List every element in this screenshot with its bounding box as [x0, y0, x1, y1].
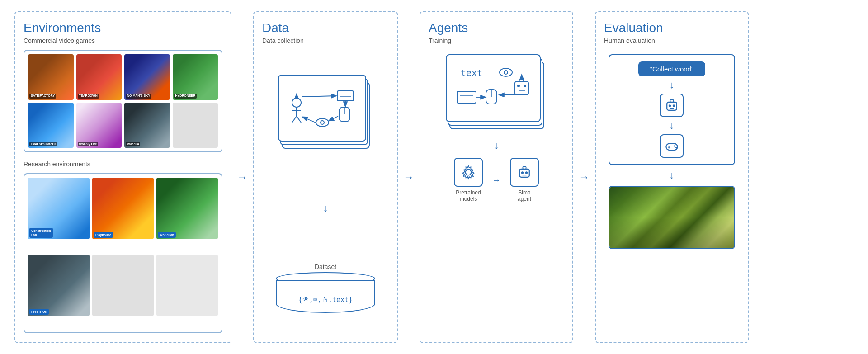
- agent-flow-svg: text: [448, 59, 538, 118]
- eval-content: "Collect wood" ↓ ↓: [604, 50, 740, 333]
- game-goat: Goat Simulator 3: [28, 103, 74, 148]
- svg-rect-37: [666, 144, 677, 150]
- svg-line-4: [297, 116, 301, 123]
- badge-playhouse: Playhouse: [94, 232, 113, 238]
- sima-label: Simaagent: [518, 189, 531, 202]
- game-nomanssky: NO MAN'S SKY: [124, 54, 170, 100]
- svg-line-3: [292, 116, 297, 123]
- game-label-goat: Goat Simulator 3: [29, 142, 57, 146]
- svg-rect-36: [670, 99, 673, 102]
- svg-point-41: [675, 147, 677, 149]
- svg-point-33: [669, 104, 671, 107]
- eval-robot-icon: [660, 94, 684, 117]
- research-construction: ConstructionLab: [28, 178, 90, 239]
- svg-point-25: [466, 170, 472, 175]
- arrow-agents-to-eval: →: [573, 11, 595, 343]
- data-subtitle: Data collection: [262, 37, 389, 44]
- environments-section: Environments Commercial video games SATI…: [14, 11, 231, 343]
- game-valheim: Valheim: [124, 103, 170, 148]
- down-arrow-eval3: ↓: [670, 170, 675, 180]
- svg-rect-32: [667, 102, 677, 110]
- eval-controller-icon: [660, 134, 684, 158]
- svg-point-10: [316, 118, 329, 127]
- commercial-games-grid: SATISFACTORY TEARDOWN NO MAN'S SKY HYDRO…: [24, 50, 222, 152]
- cylinder-text: {👁,⌨,🖱,text}: [298, 296, 353, 304]
- gamepad-svg: [664, 138, 680, 154]
- agents-content: text: [429, 50, 564, 333]
- environments-research-subtitle: Research environments: [24, 160, 222, 168]
- game-hydroneer: HYDRONEER: [173, 54, 218, 100]
- pretrained-sima-container: Pretrainedmodels → Simaage: [429, 158, 564, 202]
- main-diagram: Environments Commercial video games SATI…: [0, 0, 868, 354]
- collect-wood-label: "Collect wood": [638, 61, 706, 76]
- game-label-nomanssky: NO MAN'S SKY: [126, 94, 151, 98]
- game-empty: [173, 103, 218, 148]
- evaluation-section: Evaluation Human evaluation "Collect woo…: [595, 11, 749, 343]
- svg-text:text: text: [461, 67, 482, 78]
- badge-construction: ConstructionLab: [29, 228, 53, 238]
- screen-front: [278, 75, 366, 142]
- robot-icon: [516, 164, 533, 180]
- sima-icon: [510, 158, 539, 187]
- svg-point-14: [504, 71, 508, 74]
- down-arrow-agents: ↓: [494, 141, 499, 151]
- arrow-data-to-agents: →: [398, 11, 420, 343]
- pretrained-label: Pretrainedmodels: [456, 189, 481, 202]
- eval-game-screenshot: [609, 186, 735, 249]
- svg-rect-30: [523, 166, 526, 169]
- game-label-valheim: Valheim: [126, 142, 140, 146]
- environments-title: Environments: [24, 21, 222, 35]
- agent-screen-front: text: [446, 54, 541, 122]
- down-arrow-eval1: ↓: [670, 80, 675, 90]
- agents-section: Agents Training text: [420, 11, 573, 343]
- research-environments-grid: ConstructionLab Playhouse WorldLab ProcT…: [24, 173, 222, 333]
- research-empty1: [92, 255, 154, 316]
- research-empty2: [156, 255, 218, 316]
- dataset-cylinder: {👁,⌨,🖱,text}: [276, 272, 375, 313]
- svg-point-11: [321, 121, 324, 124]
- game-label-teardown: TEARDOWN: [78, 94, 99, 98]
- dataset-container: Dataset {👁,⌨,🖱,text}: [276, 263, 375, 313]
- data-collection-visual: [278, 75, 373, 154]
- agents-subtitle: Training: [429, 37, 564, 44]
- svg-rect-26: [519, 169, 529, 177]
- arrow-env-to-data: →: [231, 11, 253, 343]
- svg-point-13: [500, 68, 512, 76]
- research-playhouse: Playhouse: [92, 178, 154, 239]
- badge-worldlab: WorldLab: [158, 232, 176, 238]
- game-label-wobbly: Wobbly Life: [78, 142, 99, 146]
- svg-point-34: [673, 104, 675, 107]
- game-satisfactory: SATISFACTORY: [28, 54, 74, 100]
- sima-agent-box: Simaagent: [510, 158, 539, 202]
- game-wobbly: Wobbly Life: [76, 103, 122, 148]
- screenshot-overlay: [609, 187, 734, 248]
- data-title: Data: [262, 21, 389, 35]
- svg-point-17: [524, 85, 526, 87]
- game-label-satisfactory: SATISFACTORY: [29, 94, 56, 98]
- badge-procthor: ProcTHOR: [29, 309, 49, 315]
- pretrained-models-box: Pretrainedmodels: [454, 158, 483, 202]
- svg-point-27: [521, 171, 524, 174]
- evaluation-title: Evaluation: [604, 21, 740, 35]
- data-section: Data Data collection: [253, 11, 398, 343]
- agents-stacked-screens: text: [446, 54, 547, 133]
- svg-rect-15: [515, 81, 528, 95]
- down-arrow-eval2: ↓: [670, 121, 675, 131]
- eval-robot-svg: [664, 97, 680, 113]
- game-teardown: TEARDOWN: [76, 54, 122, 100]
- small-arrow-pretrained-sima: →: [492, 175, 501, 185]
- gear-icon: [460, 164, 476, 180]
- svg-point-16: [517, 85, 520, 87]
- down-arrow-data: ↓: [323, 203, 328, 213]
- agents-title: Agents: [429, 21, 564, 35]
- research-procthor: ProcTHOR: [28, 255, 90, 316]
- dataset-label: Dataset: [315, 263, 336, 270]
- evaluation-subtitle: Human evaluation: [604, 37, 740, 44]
- data-content: ↓ Dataset {👁,⌨,🖱,text}: [262, 50, 389, 333]
- environments-commercial-subtitle: Commercial video games: [24, 37, 222, 44]
- game-label-hydroneer: HYDRONEER: [174, 94, 197, 98]
- eval-top-card: "Collect wood" ↓ ↓: [609, 54, 735, 165]
- svg-point-40: [674, 145, 676, 147]
- research-worldlab: WorldLab: [156, 178, 218, 239]
- svg-rect-5: [337, 91, 354, 101]
